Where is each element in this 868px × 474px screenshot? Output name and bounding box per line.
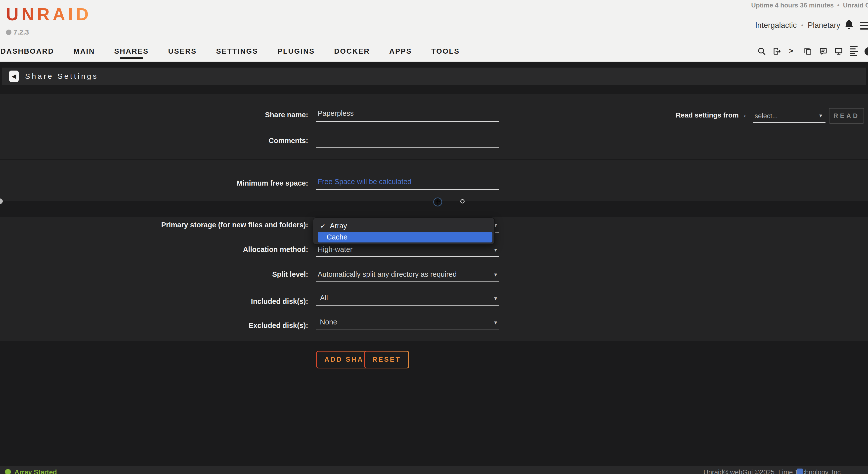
arrow-left-icon: ← (742, 109, 751, 120)
allocation-method-label: Allocation method: (0, 245, 308, 253)
back-icon[interactable]: ◀ (9, 71, 19, 82)
version-badge: 7.2.3 (6, 28, 29, 36)
footer-blue-icon[interactable] (797, 469, 803, 474)
included-disks-select[interactable]: All (320, 294, 328, 302)
dropdown-option-array[interactable]: Array (320, 222, 347, 230)
read-button[interactable]: READ (829, 108, 864, 124)
search-icon[interactable] (757, 47, 766, 56)
notifications-bell-icon[interactable] (844, 20, 854, 30)
page-title-bar: ◀ Share Settings (2, 68, 866, 85)
read-settings-select[interactable]: select... (755, 112, 778, 120)
monitor-icon[interactable] (834, 47, 843, 56)
log-icon[interactable] (849, 47, 859, 56)
server-name: Intergalactic (755, 21, 797, 30)
reset-button[interactable]: RESET (364, 351, 409, 368)
nav-item-tools[interactable]: TOOLS (431, 47, 460, 59)
share-name-input[interactable] (316, 109, 499, 122)
uptime-status: Uptime 4 hours 36 minutes•Unraid OS Star… (751, 1, 868, 9)
nav-item-main[interactable]: MAIN (73, 47, 95, 59)
server-identity: Intergalactic • Planetary (755, 21, 840, 30)
terminal-icon[interactable]: >_ (788, 47, 797, 56)
os-edition: Unraid OS (843, 1, 868, 9)
feedback-icon[interactable] (819, 47, 828, 56)
dropdown-arrow-icon (494, 319, 497, 326)
sign-out-icon[interactable] (773, 47, 781, 56)
active-nav-underline (120, 57, 143, 59)
split-level-select[interactable]: Automatically split any directory as req… (318, 270, 457, 278)
version-label: 7.2.3 (13, 28, 29, 36)
included-disks-underline (316, 305, 499, 306)
array-status-icon (5, 469, 11, 474)
server-description: Planetary (808, 21, 840, 30)
included-disks-label: Included disk(s): (0, 297, 308, 306)
footer-copyright: Unraid® webGui ©2025, Lime Technology, I… (704, 469, 843, 474)
min-free-space-label: Minimum free space: (0, 179, 308, 187)
copy-icon[interactable] (803, 47, 812, 56)
uptime-text: Uptime 4 hours 36 minutes (751, 1, 834, 9)
edge-cut-toolbar-icon[interactable] (865, 47, 868, 56)
allocation-method-select[interactable]: High-water (318, 245, 352, 253)
min-free-space-input[interactable] (316, 178, 499, 190)
dot-separator: • (834, 1, 843, 9)
dropdown-arrow-icon (494, 295, 497, 302)
top-header: UNRAID 7.2.3 Uptime 4 hours 36 minutes•U… (0, 0, 868, 62)
nav-item-dashboard[interactable]: DASHBOARD (0, 47, 54, 59)
primary-storage-label: Primary storage (for new files and folde… (0, 221, 308, 229)
dropdown-arrow-icon (819, 112, 822, 119)
excluded-disks-select[interactable]: None (320, 318, 337, 326)
comments-input[interactable] (316, 135, 499, 147)
version-dot-icon (6, 30, 11, 35)
page-title: Share Settings (25, 72, 98, 80)
nav-item-shares[interactable]: SHARES (114, 47, 149, 59)
nav-item-docker[interactable]: DOCKER (334, 47, 370, 59)
dropdown-option-cache[interactable]: Cache (318, 232, 492, 242)
main-nav: DASHBOARD MAIN SHARES USERS SETTINGS PLU… (0, 47, 460, 59)
footer-bar: Array Started Unraid® webGui ©2025, Lime… (0, 466, 868, 474)
nav-item-users[interactable]: USERS (168, 47, 197, 59)
checkmark-icon (320, 222, 326, 230)
dropdown-arrow-icon (494, 246, 497, 253)
dot-separator: • (801, 22, 803, 29)
primary-storage-underline (495, 232, 499, 233)
header-toolbar: >_ (757, 47, 859, 56)
share-name-label: Share name: (0, 111, 308, 119)
nav-item-plugins[interactable]: PLUGINS (277, 47, 315, 59)
primary-storage-dropdown: Array Cache (313, 217, 495, 245)
excluded-disks-label: Excluded disk(s): (0, 321, 308, 330)
excluded-disks-underline (316, 329, 499, 330)
read-settings-underline (753, 122, 826, 123)
hamburger-menu-icon[interactable] (860, 22, 868, 32)
screen: UNRAID 7.2.3 Uptime 4 hours 36 minutes•U… (0, 0, 868, 474)
allocation-method-underline (316, 257, 499, 257)
circle-cursor-icon (460, 199, 465, 203)
nav-item-apps[interactable]: APPS (389, 47, 412, 59)
comments-label: Comments: (0, 137, 308, 145)
split-level-underline (316, 281, 499, 282)
unraid-logo: UNRAID (6, 4, 91, 24)
form-section-band (0, 94, 868, 159)
array-status-text: Array Started (14, 469, 57, 474)
split-level-label: Split level: (0, 270, 308, 278)
read-settings-label: Read settings from (636, 111, 739, 119)
dropdown-arrow-icon (494, 271, 497, 278)
move-cursor-icon (433, 198, 442, 206)
nav-item-settings[interactable]: SETTINGS (216, 47, 258, 59)
